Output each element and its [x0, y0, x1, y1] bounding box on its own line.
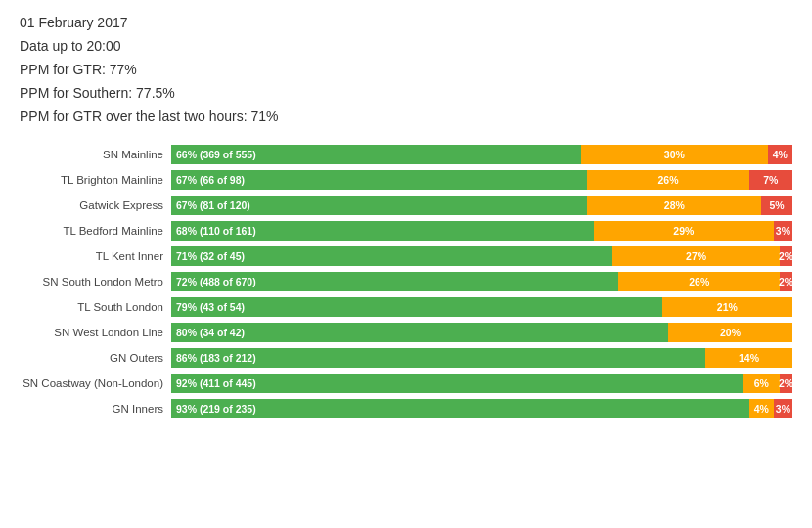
bar-green: 67% (66 of 98)	[171, 170, 587, 190]
bar-row: GN Inners93% (219 of 235)4%3%	[20, 398, 792, 419]
bar-orange: 4%	[749, 399, 774, 418]
bar-label: SN Coastway (Non-London)	[20, 377, 171, 389]
bar-orange: 27%	[612, 246, 780, 266]
chart-section: SN Mainline66% (369 of 555)30%4%TL Brigh…	[20, 144, 792, 419]
bar-container: 80% (34 of 42)20%	[171, 323, 792, 342]
bar-red: 2%	[780, 272, 792, 291]
ppm-gtr-two-hours-label: PPM for GTR over the last two hours: 71%	[20, 109, 792, 124]
bar-orange: 21%	[662, 297, 792, 317]
ppm-southern-label: PPM for Southern: 77.5%	[20, 85, 792, 101]
data-up-to-label: Data up to 20:00	[20, 38, 792, 54]
bar-red: 7%	[749, 170, 792, 190]
bar-green: 93% (219 of 235)	[171, 399, 749, 418]
bar-green: 68% (110 of 161)	[171, 221, 594, 241]
bar-row: SN Mainline66% (369 of 555)30%4%	[20, 144, 792, 165]
bar-green: 86% (183 of 212)	[171, 348, 705, 368]
bar-green: 67% (81 of 120)	[171, 196, 587, 215]
bar-container: 86% (183 of 212)14%	[171, 348, 792, 368]
bar-row: SN West London Line80% (34 of 42)20%	[20, 322, 792, 343]
bar-row: SN Coastway (Non-London)92% (411 of 445)…	[20, 373, 792, 394]
bar-row: TL Brighton Mainline67% (66 of 98)26%7%	[20, 169, 792, 191]
bar-row: TL South London79% (43 of 54)21%	[20, 296, 792, 318]
bar-orange: 26%	[587, 170, 748, 190]
bar-green: 80% (34 of 42)	[171, 323, 668, 342]
bar-orange: 28%	[587, 196, 761, 215]
bar-orange: 29%	[594, 221, 774, 241]
bar-container: 68% (110 of 161)29%3%	[171, 221, 792, 241]
bar-orange: 30%	[581, 145, 768, 164]
bar-container: 93% (219 of 235)4%3%	[171, 399, 792, 418]
bar-container: 79% (43 of 54)21%	[171, 297, 792, 317]
bar-label: GN Outers	[20, 352, 171, 364]
bar-label: SN West London Line	[20, 327, 171, 338]
bar-red: 4%	[768, 145, 792, 164]
bar-green: 79% (43 of 54)	[171, 297, 662, 317]
date-label: 01 February 2017	[20, 15, 792, 30]
bar-row: SN South London Metro72% (488 of 670)26%…	[20, 271, 792, 292]
bar-label: TL Brighton Mainline	[20, 174, 171, 186]
header-info: 01 February 2017 Data up to 20:00 PPM fo…	[20, 15, 792, 124]
bar-red: 5%	[761, 196, 792, 215]
bar-orange: 14%	[705, 348, 792, 368]
bar-row: GN Outers86% (183 of 212)14%	[20, 347, 792, 369]
bar-label: GN Inners	[20, 403, 171, 415]
bar-green: 71% (32 of 45)	[171, 246, 612, 266]
bar-row: Gatwick Express67% (81 of 120)28%5%	[20, 195, 792, 216]
bar-green: 72% (488 of 670)	[171, 272, 618, 291]
bar-red: 3%	[774, 221, 792, 241]
bar-container: 92% (411 of 445)6%2%	[171, 374, 792, 393]
bar-red: 2%	[780, 374, 792, 393]
bar-label: SN South London Metro	[20, 276, 171, 287]
bar-container: 66% (369 of 555)30%4%	[171, 145, 792, 164]
bar-label: TL South London	[20, 301, 171, 313]
bar-orange: 26%	[618, 272, 780, 291]
bar-row: TL Bedford Mainline68% (110 of 161)29%3%	[20, 220, 792, 242]
bar-green: 66% (369 of 555)	[171, 145, 581, 164]
bar-label: Gatwick Express	[20, 199, 171, 211]
bar-label: TL Bedford Mainline	[20, 225, 171, 237]
bar-container: 67% (81 of 120)28%5%	[171, 196, 792, 215]
bar-label: SN Mainline	[20, 149, 171, 160]
bar-orange: 6%	[743, 374, 780, 393]
bar-red: 3%	[774, 399, 792, 418]
bar-green: 92% (411 of 445)	[171, 374, 743, 393]
bar-orange: 20%	[668, 323, 792, 342]
bar-row: TL Kent Inner71% (32 of 45)27%2%	[20, 245, 792, 267]
bar-red: 2%	[780, 246, 792, 266]
bar-label: TL Kent Inner	[20, 250, 171, 262]
bar-container: 72% (488 of 670)26%2%	[171, 272, 792, 291]
bar-container: 71% (32 of 45)27%2%	[171, 246, 792, 266]
bar-container: 67% (66 of 98)26%7%	[171, 170, 792, 190]
ppm-gtr-label: PPM for GTR: 77%	[20, 62, 792, 77]
